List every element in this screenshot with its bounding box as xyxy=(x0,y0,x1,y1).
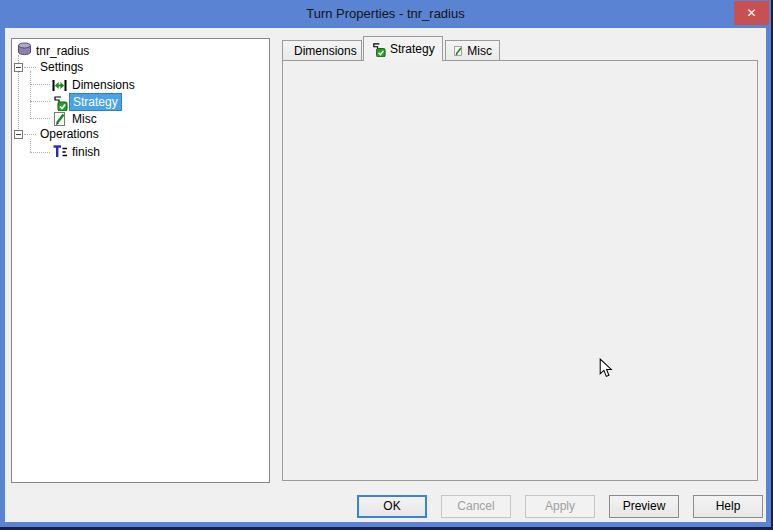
dimensions-icon xyxy=(52,79,67,92)
apply-button: Apply xyxy=(525,495,595,518)
tree-connector xyxy=(24,134,36,135)
cancel-button: Cancel xyxy=(441,495,511,518)
window-title: Turn Properties - tnr_radius xyxy=(0,6,771,21)
preview-button[interactable]: Preview xyxy=(609,495,679,518)
ok-button[interactable]: OK xyxy=(357,495,427,518)
tab-dimensions[interactable]: Dimensions xyxy=(282,40,362,61)
tree-connector xyxy=(30,84,50,85)
tab-misc[interactable]: Misc xyxy=(445,40,500,61)
tree-item-root[interactable]: tnr_radius xyxy=(36,44,89,58)
tree-item-strategy[interactable]: Strategy xyxy=(69,93,122,111)
finish-operation-icon xyxy=(52,144,68,159)
tab-label: Strategy xyxy=(390,42,435,56)
database-cylinder-icon xyxy=(17,42,32,56)
tree-item-dimensions[interactable]: Dimensions xyxy=(72,78,135,92)
tree-connector xyxy=(30,71,31,119)
tab-label: Dimensions xyxy=(294,44,357,58)
close-icon: ✕ xyxy=(746,6,756,20)
tree-expander-settings[interactable] xyxy=(14,63,23,72)
tree-item-settings[interactable]: Settings xyxy=(40,60,83,74)
tree-connector xyxy=(30,101,50,102)
strategy-icon xyxy=(52,95,68,111)
properties-tree: tnr_radius Settings Dimensions Strategy xyxy=(11,38,270,483)
strategy-icon xyxy=(371,42,386,57)
tree-item-finish[interactable]: finish xyxy=(72,145,100,159)
tab-strategy[interactable]: Strategy xyxy=(363,36,443,61)
tree-item-operations[interactable]: Operations xyxy=(40,127,99,141)
title-bar[interactable]: Turn Properties - tnr_radius ✕ xyxy=(0,0,771,28)
close-button[interactable]: ✕ xyxy=(734,1,769,25)
misc-pencil-icon xyxy=(52,111,67,127)
mouse-cursor xyxy=(599,358,613,378)
dialog-window: Turn Properties - tnr_radius ✕ tnr_radiu… xyxy=(0,0,771,527)
tree-connector xyxy=(30,152,50,153)
dialog-client-area: tnr_radius Settings Dimensions Strategy xyxy=(5,28,766,522)
tree-expander-operations[interactable] xyxy=(14,130,23,139)
help-button[interactable]: Help xyxy=(693,495,763,518)
tree-item-misc[interactable]: Misc xyxy=(72,112,97,126)
strategy-tab-page xyxy=(282,60,758,481)
tree-connector xyxy=(30,118,50,119)
tab-label: Misc xyxy=(467,44,492,58)
misc-pencil-icon xyxy=(453,44,463,58)
tree-connector xyxy=(24,67,36,68)
tree-connector xyxy=(30,139,31,152)
